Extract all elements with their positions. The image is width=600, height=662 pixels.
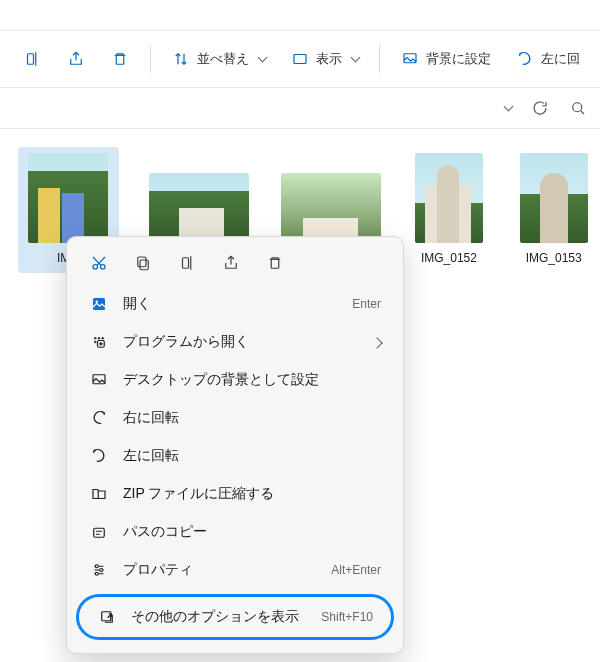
set-background-button[interactable]: 背景に設定	[390, 43, 501, 75]
toolbar: 並べ替え 表示 背景に設定 左に回	[0, 30, 600, 88]
zip-icon	[89, 484, 109, 504]
rotate-left-label: 左に回	[541, 50, 580, 68]
svg-rect-0	[28, 54, 34, 65]
menu-rotate-left[interactable]: 左に回転	[73, 437, 397, 475]
menu-zip-label: ZIP ファイルに圧縮する	[123, 485, 381, 503]
trash-icon	[110, 49, 130, 69]
svg-point-13	[94, 337, 97, 340]
apps-icon	[89, 332, 109, 352]
chevron-down-icon	[258, 53, 268, 63]
copy-icon[interactable]	[133, 253, 153, 273]
rotate-left-icon	[515, 49, 535, 69]
thumbnail-image	[281, 173, 381, 243]
sort-label: 並べ替え	[197, 50, 249, 68]
context-menu: 開く Enter プログラムから開く デスクトップの背景として設定 右に回転 左…	[66, 236, 404, 654]
cut-icon[interactable]	[89, 253, 109, 273]
photo-icon	[89, 294, 109, 314]
svg-rect-11	[93, 298, 105, 310]
menu-copy-path-label: パスのコピー	[123, 523, 381, 541]
rename-button[interactable]	[12, 43, 52, 75]
menu-show-more-options-hint: Shift+F10	[321, 610, 373, 624]
subbar	[0, 88, 600, 129]
context-menu-icon-strip	[73, 247, 397, 285]
svg-point-16	[94, 341, 97, 344]
share-icon	[66, 49, 86, 69]
rotate-right-icon	[89, 408, 109, 428]
svg-rect-8	[138, 257, 146, 267]
more-options-icon	[97, 607, 117, 627]
menu-set-background-label: デスクトップの背景として設定	[123, 371, 381, 389]
thumbnail-image	[28, 153, 108, 243]
menu-rotate-right-label: 右に回転	[123, 409, 381, 427]
svg-rect-2	[294, 55, 306, 64]
svg-point-14	[98, 337, 101, 340]
search-button[interactable]	[568, 98, 588, 118]
svg-point-21	[100, 569, 103, 572]
menu-open[interactable]: 開く Enter	[73, 285, 397, 323]
delete-button[interactable]	[100, 43, 140, 75]
rename-icon[interactable]	[177, 253, 197, 273]
view-icon	[290, 49, 310, 69]
svg-point-15	[101, 337, 104, 340]
rotate-left-icon	[89, 446, 109, 466]
menu-rotate-left-label: 左に回転	[123, 447, 381, 465]
view-label: 表示	[316, 50, 342, 68]
view-button[interactable]: 表示	[280, 43, 369, 75]
svg-rect-9	[183, 258, 189, 269]
thumbnail-image	[149, 173, 249, 243]
menu-open-with[interactable]: プログラムから開く	[73, 323, 397, 361]
menu-show-more-options[interactable]: その他のオプションを表示 Shift+F10	[79, 597, 391, 637]
menu-show-more-options-label: その他のオプションを表示	[131, 608, 307, 626]
menu-open-label: 開く	[123, 295, 338, 313]
thumbnail-image	[415, 153, 483, 243]
svg-rect-1	[116, 55, 124, 64]
properties-icon	[89, 560, 109, 580]
background-icon	[89, 370, 109, 390]
svg-rect-19	[94, 528, 105, 537]
thumbnail-label: IMG_0153	[526, 251, 582, 265]
sort-icon	[171, 49, 191, 69]
toolbar-divider	[150, 45, 151, 73]
menu-zip[interactable]: ZIP ファイルに圧縮する	[73, 475, 397, 513]
copy-path-icon	[89, 522, 109, 542]
menu-open-hint: Enter	[352, 297, 381, 311]
rotate-left-button[interactable]: 左に回	[505, 43, 590, 75]
background-icon	[400, 49, 420, 69]
menu-rotate-right[interactable]: 右に回転	[73, 399, 397, 437]
rename-icon	[22, 49, 42, 69]
svg-rect-10	[271, 259, 279, 268]
chevron-down-icon[interactable]	[504, 102, 514, 112]
chevron-right-icon	[373, 335, 381, 350]
menu-open-with-label: プログラムから開く	[123, 333, 359, 351]
svg-point-22	[95, 572, 98, 575]
svg-point-12	[96, 301, 98, 303]
svg-rect-7	[140, 260, 148, 270]
menu-properties-label: プロパティ	[123, 561, 317, 579]
menu-properties-hint: Alt+Enter	[331, 563, 381, 577]
thumbnail[interactable]: IMG_0152	[411, 147, 488, 273]
menu-copy-path[interactable]: パスのコピー	[73, 513, 397, 551]
refresh-button[interactable]	[530, 98, 550, 118]
share-button[interactable]	[56, 43, 96, 75]
svg-point-20	[95, 565, 98, 568]
toolbar-divider	[379, 45, 380, 73]
trash-icon[interactable]	[265, 253, 285, 273]
svg-point-4	[573, 103, 582, 112]
chevron-down-icon	[351, 53, 361, 63]
thumbnail[interactable]: IMG_0153	[515, 147, 592, 273]
set-background-label: 背景に設定	[426, 50, 491, 68]
thumbnail-image	[520, 153, 588, 243]
menu-properties[interactable]: プロパティ Alt+Enter	[73, 551, 397, 589]
thumbnail-label: IMG_0152	[421, 251, 477, 265]
menu-set-background[interactable]: デスクトップの背景として設定	[73, 361, 397, 399]
sort-button[interactable]: 並べ替え	[161, 43, 276, 75]
share-icon[interactable]	[221, 253, 241, 273]
